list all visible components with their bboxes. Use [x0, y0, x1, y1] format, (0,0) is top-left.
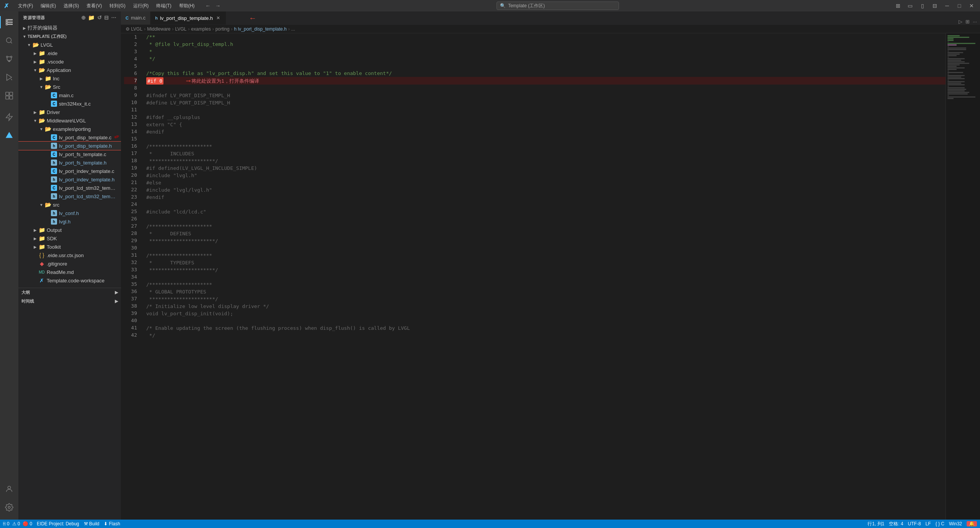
lv-indev-c-icon: C	[51, 168, 57, 174]
lvgl-folder[interactable]: ▼ 📂 LVGL	[18, 41, 121, 49]
more-actions-icon[interactable]: ···	[973, 19, 977, 24]
stm32-item[interactable]: ▶ C stm32f4xx_it.c	[18, 99, 121, 108]
run-code-icon[interactable]: ▷	[959, 19, 962, 24]
breadcrumb-dots[interactable]: ...	[291, 26, 295, 32]
workspace-item[interactable]: ▶ ✗ Template.code-workspace	[18, 276, 121, 285]
tab-main-c[interactable]: C main.c	[121, 11, 150, 24]
toolkit-folder[interactable]: ▶ 📁 Toolkit	[18, 243, 121, 251]
layout-btn-2[interactable]: ▭	[906, 1, 915, 10]
minimize-btn[interactable]: ─	[942, 1, 952, 10]
title-search-bar[interactable]: 🔍 Template (工作区)	[497, 2, 619, 10]
open-editors-section[interactable]: ▶ 打开的编辑器	[18, 24, 121, 32]
lv-port-indev-c-item[interactable]: ▶ C lv_port_indev_template.c	[18, 167, 121, 175]
code-line-26	[146, 215, 946, 223]
code-area[interactable]: /** * @file lv_port_disp_templ.h * */ /*…	[140, 33, 946, 520]
lv-port-lcd-c-item[interactable]: ▶ C lv_port_lcd_stm32_template.c	[18, 184, 121, 192]
status-eol[interactable]: LF	[926, 521, 931, 526]
lv-conf-icon: h	[51, 210, 57, 217]
minimap	[946, 33, 980, 520]
activity-settings[interactable]	[0, 498, 18, 517]
breadcrumb-middleware[interactable]: Middleware	[147, 26, 170, 32]
template-root-item[interactable]: ▼ TEMPLATE (工作区)	[18, 32, 121, 41]
breadcrumb-examples[interactable]: examples	[191, 26, 211, 32]
lv-port-indev-h-item[interactable]: ▶ h lv_port_indev_template.h	[18, 175, 121, 184]
breadcrumb-lvgl[interactable]: ⚙ LVGL	[126, 26, 142, 32]
status-info: 0	[29, 521, 32, 526]
lv-conf-h-item[interactable]: ▶ h lv_conf.h	[18, 209, 121, 217]
layout-btn-3[interactable]: ▯	[918, 1, 927, 10]
inc-folder[interactable]: ▶ 📁 Inc	[18, 74, 121, 83]
activity-lvgl[interactable]	[0, 126, 18, 145]
status-indent[interactable]: 空格: 4	[889, 521, 903, 527]
status-build[interactable]: ⚒ Build	[84, 521, 100, 526]
breadcrumb-file[interactable]: h lv_port_disp_template.h	[234, 26, 286, 32]
more-icon[interactable]: ···	[111, 15, 116, 21]
status-branch[interactable]: ⎘ 0 ⚠ 0 🔴 0	[3, 521, 32, 526]
status-line-col[interactable]: 行1, 列1	[867, 521, 884, 527]
activity-run-debug[interactable]	[0, 68, 18, 86]
tab-close-btn[interactable]: ✕	[215, 15, 221, 21]
menu-run[interactable]: 运行(R)	[130, 2, 152, 10]
activity-explorer[interactable]	[0, 13, 18, 31]
menu-edit[interactable]: 编辑(E)	[38, 2, 59, 10]
middleware-folder[interactable]: ▼ 📂 Middleware\LVGL	[18, 116, 121, 125]
layout-btn-grid[interactable]: ⊟	[930, 1, 939, 10]
driver-folder[interactable]: ▶ 📁 Driver	[18, 108, 121, 116]
close-btn[interactable]: ✕	[967, 1, 976, 10]
menu-file[interactable]: 文件(F)	[15, 2, 36, 10]
sdk-folder[interactable]: ▶ 📁 SDK	[18, 234, 121, 243]
main-c-item[interactable]: ▶ C main.c	[18, 91, 121, 99]
menu-goto[interactable]: 转到(G)	[106, 2, 128, 10]
status-platform[interactable]: Win32	[949, 521, 962, 526]
lv-port-fs-h-item[interactable]: ▶ h lv_port_fs_template.h	[18, 158, 121, 167]
lv-port-lcd-h-item[interactable]: ▶ h lv_port_lcd_stm32_template.h	[18, 192, 121, 200]
status-notification[interactable]: 🔔	[967, 521, 977, 526]
activity-source-control[interactable]	[0, 50, 18, 68]
restore-btn[interactable]: □	[955, 1, 964, 10]
src-folder[interactable]: ▼ 📂 Src	[18, 83, 121, 91]
nav-forward[interactable]: →	[214, 2, 222, 10]
new-file-icon[interactable]: ⊕	[81, 15, 86, 21]
status-encoding[interactable]: UTF-8	[908, 521, 921, 526]
activity-extensions[interactable]	[0, 86, 18, 105]
output-folder[interactable]: ▶ 📁 Output	[18, 226, 121, 234]
application-folder[interactable]: ▼ 📂 Application	[18, 66, 121, 74]
gitignore-item[interactable]: ▶ ◆ .gitignore	[18, 259, 121, 268]
eide-folder[interactable]: ▶ 📁 .eide	[18, 49, 121, 57]
status-eide[interactable]: EIDE Project: Debug	[37, 521, 79, 526]
tab-lv-port-h[interactable]: h lv_port_disp_template.h ✕ ←	[150, 11, 226, 24]
svg-point-10	[8, 486, 10, 489]
driver-arrow: ▶	[32, 108, 38, 116]
refresh-icon[interactable]: ↺	[97, 15, 102, 21]
readme-item[interactable]: ▶ MD ReadMe.md	[18, 268, 121, 276]
timeline-section[interactable]: 时间线 ▶	[18, 297, 121, 306]
status-language[interactable]: { } C	[936, 521, 944, 526]
examples-porting-folder[interactable]: ▼ 📂 examples\porting	[18, 125, 121, 133]
activity-eide[interactable]	[0, 108, 18, 126]
tab-bar-actions: ▷ ⊞ ···	[956, 19, 980, 24]
lv-port-fs-c-item[interactable]: ▶ C lv_port_fs_template.c	[18, 150, 121, 158]
menu-view[interactable]: 查看(V)	[83, 2, 105, 10]
menu-terminal[interactable]: 终端(T)	[153, 2, 174, 10]
split-editor-icon[interactable]: ⊞	[965, 19, 970, 24]
lv-port-disp-h-item[interactable]: ▶ h lv_port_disp_template.h	[18, 142, 121, 150]
breadcrumb-porting[interactable]: porting	[216, 26, 230, 32]
collapse-all-icon[interactable]: ⊟	[104, 15, 109, 21]
lv-port-disp-c-item[interactable]: ▶ C lv_port_disp_template.c ✏	[18, 133, 121, 142]
menu-select[interactable]: 选择(S)	[60, 2, 82, 10]
vscode-folder[interactable]: ▶ 📁 .vscode	[18, 57, 121, 66]
src2-folder[interactable]: ▼ 📂 src	[18, 200, 121, 209]
vscode-icon: ✗	[4, 2, 9, 10]
toolkit-folder-icon: 📁	[38, 243, 45, 250]
menu-help[interactable]: 帮助(H)	[176, 2, 198, 10]
layout-btn-1[interactable]: ⊞	[893, 1, 903, 10]
outline-section[interactable]: 大纲 ▶	[18, 288, 121, 297]
nav-back[interactable]: ←	[204, 2, 212, 10]
activity-account[interactable]	[0, 480, 18, 498]
eide-ctx-item[interactable]: ▶ { } .eide.usr.ctx.json	[18, 251, 121, 259]
activity-search[interactable]	[0, 31, 18, 50]
breadcrumb-lvgl2[interactable]: LVGL	[175, 26, 187, 32]
lvgl-h-item[interactable]: ▶ h lvgl.h	[18, 217, 121, 226]
new-folder-icon[interactable]: 📁	[88, 15, 95, 21]
status-flash[interactable]: ⬇ Flash	[104, 521, 120, 526]
